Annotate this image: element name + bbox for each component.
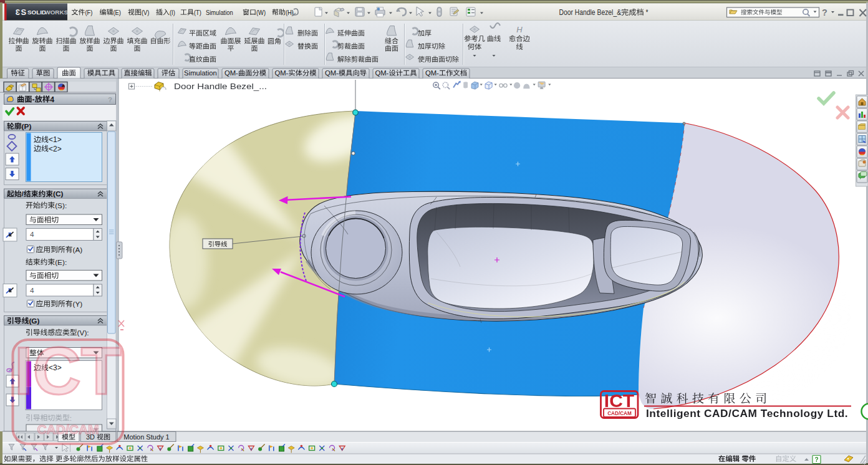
svg-text:ICT: ICT bbox=[604, 390, 634, 411]
svg-text:ICT: ICT bbox=[14, 333, 122, 408]
svg-text:(V): (V) bbox=[142, 9, 150, 16]
svg-text:<1>: <1> bbox=[49, 135, 62, 144]
svg-text:(F): (F) bbox=[85, 9, 93, 16]
svg-text:Motion Study 1: Motion Study 1 bbox=[123, 433, 169, 441]
svg-text:(P): (P) bbox=[22, 122, 32, 131]
svg-text:QM-: QM- bbox=[274, 69, 288, 77]
svg-text:(T): (T) bbox=[194, 9, 201, 16]
svg-text:S: S bbox=[21, 7, 27, 17]
svg-text:(Y): (Y) bbox=[73, 300, 83, 309]
svg-text:QM-: QM- bbox=[425, 69, 439, 77]
svg-text:(C): (C) bbox=[53, 189, 63, 198]
svg-text:?: ? bbox=[814, 456, 818, 463]
svg-text:(I): (I) bbox=[170, 9, 175, 16]
svg-text:(E): (E) bbox=[113, 9, 122, 16]
svg-text:3: 3 bbox=[16, 7, 20, 17]
svg-text:(G): (G) bbox=[29, 317, 39, 325]
svg-text:QM-: QM- bbox=[375, 69, 388, 77]
svg-text:Door Handle Bezel_...: Door Handle Bezel_... bbox=[174, 82, 267, 91]
svg-text:Door Handle Bezel_&: Door Handle Bezel_& bbox=[559, 8, 621, 17]
svg-text:H: H bbox=[516, 25, 523, 34]
svg-text:4: 4 bbox=[50, 95, 54, 104]
svg-text:(E):: (E): bbox=[55, 258, 67, 267]
svg-text::: : bbox=[70, 414, 72, 423]
svg-text:(W): (W) bbox=[256, 9, 266, 16]
svg-text:(S):: (S): bbox=[55, 201, 67, 210]
svg-text:Simulation: Simulation bbox=[206, 9, 233, 16]
svg-text:*: * bbox=[644, 8, 649, 17]
svg-text:QM-: QM- bbox=[224, 69, 238, 77]
svg-text:<2>: <2> bbox=[49, 145, 62, 153]
svg-text:QM-: QM- bbox=[325, 69, 339, 77]
svg-text:-: - bbox=[32, 95, 35, 104]
svg-text:Simulation: Simulation bbox=[184, 69, 217, 77]
svg-text:WORKS: WORKS bbox=[45, 9, 69, 16]
svg-text:?: ? bbox=[822, 7, 827, 17]
svg-text:4: 4 bbox=[30, 230, 34, 239]
svg-text:4: 4 bbox=[30, 286, 34, 295]
svg-text:CAD/CAM: CAD/CAM bbox=[607, 411, 632, 416]
svg-text:CAD/CAM: CAD/CAM bbox=[37, 422, 99, 436]
svg-text:(A): (A) bbox=[73, 246, 83, 254]
svg-text:?: ? bbox=[108, 96, 112, 103]
svg-text:SOLID: SOLID bbox=[27, 9, 46, 16]
svg-text:Intelligent CAD/CAM Technology: Intelligent CAD/CAM Technology Ltd. bbox=[646, 407, 848, 419]
